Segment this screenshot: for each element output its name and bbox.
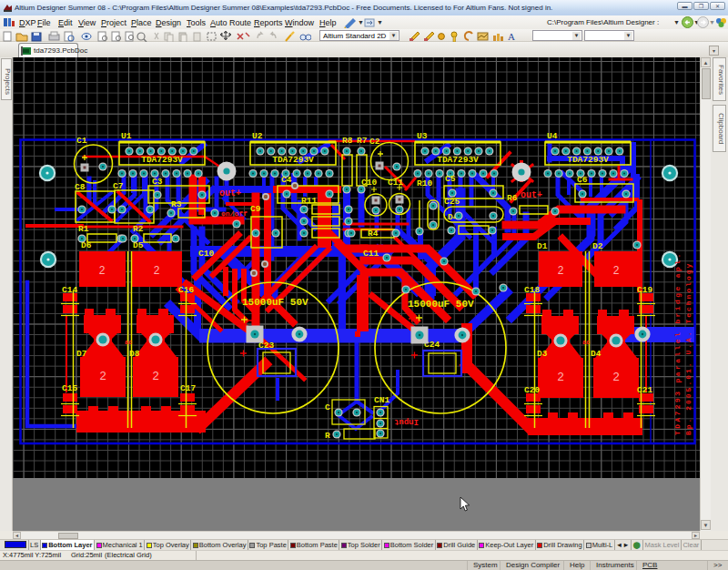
svg-text:R10: R10 xyxy=(417,178,432,188)
svg-text:C: C xyxy=(325,402,330,412)
svg-text:TDA7293 parallel bridge apl.: TDA7293 parallel bridge apl. xyxy=(673,251,682,435)
svg-text:15000uF 50V: 15000uF 50V xyxy=(408,299,474,310)
svg-text:C18: C18 xyxy=(524,285,540,295)
svg-text:15000uF 50V: 15000uF 50V xyxy=(242,297,308,308)
svg-text:A: A xyxy=(508,31,515,42)
svg-text:U1: U1 xyxy=(121,131,132,141)
svg-text:D1: D1 xyxy=(537,241,548,251)
svg-text:C16: C16 xyxy=(178,285,194,295)
svg-text:C11: C11 xyxy=(363,249,379,259)
svg-text:R4: R4 xyxy=(368,229,379,239)
svg-text:D8: D8 xyxy=(129,349,140,359)
svg-text:R8: R8 xyxy=(342,136,353,146)
svg-text:Input: Input xyxy=(394,417,419,426)
svg-text:C6: C6 xyxy=(577,175,588,185)
svg-text:ac: ac xyxy=(582,339,590,346)
svg-text:C7: C7 xyxy=(113,181,124,191)
svg-text:C25: C25 xyxy=(444,197,460,207)
svg-text:C5: C5 xyxy=(445,174,456,184)
svg-text:R1: R1 xyxy=(78,224,89,234)
svg-text:C4: C4 xyxy=(281,175,292,185)
svg-text:R7: R7 xyxy=(357,136,368,146)
svg-text:C3: C3 xyxy=(152,177,163,187)
svg-text:U2: U2 xyxy=(252,131,263,141)
svg-text:D7: D7 xyxy=(76,349,87,359)
svg-text:2: 2 xyxy=(154,264,160,277)
svg-text:C20: C20 xyxy=(524,385,540,395)
svg-text:C14: C14 xyxy=(62,285,77,295)
svg-text:Bp. 2005.01. U.A. Technology: Bp. 2005.01. U.A. Technology xyxy=(684,262,693,435)
svg-text:R2: R2 xyxy=(133,224,144,234)
svg-text:D3: D3 xyxy=(537,349,548,359)
svg-text:C9: C9 xyxy=(250,204,261,214)
svg-text:R3: R3 xyxy=(171,199,182,209)
svg-text:D4: D4 xyxy=(591,349,602,359)
svg-text:2: 2 xyxy=(558,264,564,277)
svg-text:R6: R6 xyxy=(507,193,518,203)
svg-text:CN1: CN1 xyxy=(374,395,389,405)
svg-text:R11: R11 xyxy=(301,196,317,206)
svg-text:U3: U3 xyxy=(417,131,428,141)
svg-text:out+: out+ xyxy=(521,190,542,200)
svg-text:C2: C2 xyxy=(369,137,380,147)
svg-text:R: R xyxy=(325,431,330,441)
svg-text:C15: C15 xyxy=(62,383,77,393)
svg-text:2: 2 xyxy=(613,264,620,277)
svg-text:ac: ac xyxy=(125,339,132,346)
svg-text:C19: C19 xyxy=(637,285,652,295)
svg-text:C11: C11 xyxy=(388,178,403,188)
svg-text:C17: C17 xyxy=(180,383,196,393)
svg-text:D2: D2 xyxy=(592,241,603,251)
svg-text:on/off: on/off xyxy=(221,209,248,218)
svg-text:2: 2 xyxy=(99,264,106,277)
svg-text:C10: C10 xyxy=(198,249,214,259)
svg-text:C21: C21 xyxy=(637,385,652,395)
svg-text:U4: U4 xyxy=(547,131,558,141)
svg-text:C8: C8 xyxy=(75,182,86,192)
svg-text:out+: out+ xyxy=(219,188,241,198)
svg-text:C1: C1 xyxy=(76,136,87,146)
